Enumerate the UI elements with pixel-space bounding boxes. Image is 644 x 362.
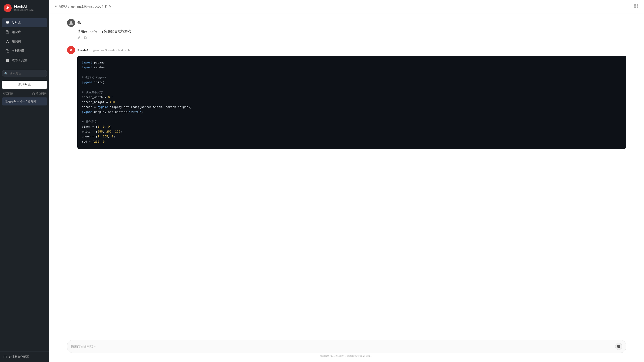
disclaimer: 大模型可能会犯错误，请考虑核实重要信息。 [67,353,626,359]
sidebar-item-knowledge-base-label: 知识库 [12,30,21,34]
code-line-5: pygame.init() [82,80,622,85]
chat-input[interactable] [71,345,615,348]
ai-model: gemma2:9b-instruct-q4_K_M [93,48,130,52]
svg-rect-22 [634,6,636,8]
enterprise-icon [4,355,7,359]
svg-line-7 [6,41,8,42]
svg-marker-0 [6,6,9,10]
sidebar-item-ai-chat[interactable]: AI对话 [2,18,48,27]
tools-icon [5,58,10,62]
code-line-9: screen_height = 400 [82,100,622,105]
new-chat-button[interactable]: 新增对话 [2,81,48,89]
model-info: 本地模型： gemma2:9b-instruct-q4_K_M [54,5,111,9]
sidebar-item-tools-label: 效率工具集 [12,58,27,62]
chat-list-item[interactable]: 请用python写一个贪吃蛇 [2,97,48,105]
sidebar-item-tools[interactable]: 效率工具集 [2,56,48,65]
sidebar-item-knowledge-tree[interactable]: 知识树 [2,37,48,46]
svg-line-8 [8,41,8,42]
ai-avatar [67,46,75,54]
tree-icon [5,39,10,43]
svg-marker-26 [70,48,72,52]
code-line-13: black = (0, 0, 0) [82,124,622,129]
book-icon [5,30,10,34]
main-header: 本地模型： gemma2:9b-instruct-q4_K_M [49,0,644,13]
logo-text: FlashAI 本地大模型知识库 [14,4,34,12]
svg-rect-18 [4,356,7,358]
clear-label: 清空列表 [36,92,46,96]
sidebar: FlashAI 本地大模型知识库 AI对话 知识库 [0,0,49,362]
chat-list-header: 对话列表 清空列表 [0,90,49,97]
svg-rect-14 [8,60,9,62]
code-block: import pygame import random # 初始化 Pygame… [77,56,626,149]
code-line-blank-3 [82,115,622,120]
main-content: 本地模型： gemma2:9b-instruct-q4_K_M [49,0,644,362]
code-line-14: white = (255, 255, 255) [82,129,622,134]
code-line-blank-1 [82,70,622,75]
svg-rect-23 [636,6,638,8]
chat-icon [5,21,10,25]
chat-list-label: 对话列表 [3,92,14,96]
sidebar-item-doc-translate[interactable]: 文档翻译 [2,46,48,55]
logo-title: FlashAI [14,4,34,8]
svg-point-4 [7,40,8,41]
clear-button[interactable]: 清空列表 [32,92,46,96]
code-line-2: import random [82,65,622,70]
code-line-comment-1: # 初始化 Pygame [82,75,622,80]
code-line-15: green = (0, 255, 0) [82,134,622,139]
code-line-8: screen_width = 600 [82,95,622,100]
user-avatar [67,19,75,27]
translate-icon [5,49,10,53]
svg-point-24 [70,21,72,23]
user-message-actions [77,36,626,40]
logo-subtitle: 本地大模型知识库 [14,8,34,12]
svg-rect-25 [84,37,86,39]
ai-name: FlashAI [77,48,90,52]
code-line-comment-3: # 颜色定义 [82,120,622,124]
chat-area: 你 请用python写一个完整的贪吃蛇游戏 [49,13,644,336]
code-line-blank-2 [82,85,622,90]
svg-rect-21 [636,4,638,5]
user-message: 你 请用python写一个完整的贪吃蛇游戏 [67,19,626,40]
edit-button[interactable] [77,36,81,40]
code-line-10: screen = pygame.display.set_mode((screen… [82,105,622,110]
svg-point-6 [8,42,9,43]
code-line-1: import pygame [82,60,622,65]
user-message-text: 请用python写一个完整的贪吃蛇游戏 [77,28,626,34]
model-label: 本地模型： [54,5,70,8]
sidebar-item-knowledge-base[interactable]: 知识库 [2,28,48,37]
copy-button[interactable] [84,36,87,40]
ai-message: FlashAI gemma2:9b-instruct-q4_K_M import… [67,46,626,149]
stop-button[interactable] [615,343,622,350]
logo-icon [4,4,12,12]
code-line-16: red = (255, 0, [82,139,622,144]
search-input[interactable] [2,70,48,77]
svg-rect-11 [6,59,7,60]
code-line-11: pygame.display.set_caption("贪吃蛇") [82,110,622,115]
footer-label: 企业私有化部署 [9,355,29,359]
svg-rect-12 [6,60,7,62]
stop-icon [618,345,620,348]
model-name: gemma2:9b-instruct-q4_K_M [71,5,112,8]
svg-point-5 [6,42,7,43]
svg-rect-13 [8,59,9,60]
svg-rect-15 [32,93,34,95]
grid-icon[interactable] [634,3,639,9]
sidebar-item-knowledge-tree-label: 知识树 [12,39,21,43]
ai-message-content: import pygame import random # 初始化 Pygame… [77,56,626,149]
search-icon: 🔍 [4,72,8,75]
ai-message-header: FlashAI gemma2:9b-instruct-q4_K_M [67,46,626,54]
logo: FlashAI 本地大模型知识库 [0,0,49,16]
sidebar-nav: AI对话 知识库 知识树 [0,16,49,67]
sidebar-item-doc-translate-label: 文档翻译 [12,49,24,53]
chat-input-area: 大模型可能会犯错误，请考虑核实重要信息。 [49,336,644,362]
svg-rect-20 [634,4,636,5]
user-message-header: 你 [67,19,626,27]
user-message-content: 请用python写一个完整的贪吃蛇游戏 [77,28,626,40]
code-line-comment-2: # 设置屏幕尺寸 [82,90,622,95]
chat-input-wrap [67,340,626,353]
user-name: 你 [77,21,81,25]
clear-icon [32,92,35,95]
footer-enterprise[interactable]: 企业私有化部署 [0,352,49,362]
search-box: 🔍 [2,70,48,77]
sidebar-item-ai-chat-label: AI对话 [12,21,21,25]
